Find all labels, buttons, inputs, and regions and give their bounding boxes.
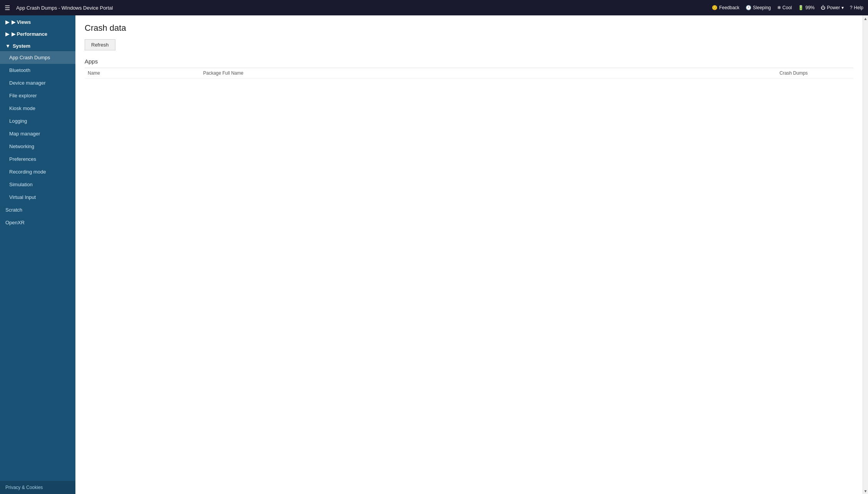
sidebar-item-preferences[interactable]: Preferences [0, 153, 75, 165]
sidebar-item-label: OpenXR [5, 220, 25, 225]
sidebar-item-label: Kiosk mode [9, 105, 35, 111]
privacy-cookies-label: Privacy & Cookies [5, 485, 43, 490]
sidebar-item-label: Networking [9, 144, 34, 149]
cool-icon: ❄ [777, 5, 781, 10]
col-header-crashdumps: Crash Dumps [776, 70, 853, 76]
feedback-label: Feedback [719, 5, 739, 10]
header-actions: 🙂 Feedback 🕐 Sleeping ❄ Cool 🔋 99% ⏻ Pow… [712, 5, 863, 10]
power-icon: ⏻ [821, 5, 825, 10]
power-action[interactable]: ⏻ Power ▾ [821, 5, 843, 10]
header: ☰ App Crash Dumps - Windows Device Porta… [0, 0, 868, 15]
content-area: Crash data Refresh Apps Name Package Ful… [75, 15, 863, 494]
sidebar-item-kiosk-mode[interactable]: Kiosk mode [0, 102, 75, 115]
sidebar-item-recording-mode[interactable]: Recording mode [0, 165, 75, 178]
sidebar-item-label: File explorer [9, 93, 37, 98]
sidebar-item-label: Bluetooth [9, 67, 30, 73]
sidebar-item-virtual-input[interactable]: Virtual Input [0, 191, 75, 204]
sidebar-item-scratch[interactable]: Scratch [0, 204, 75, 216]
sidebar-views-label: ▶ Views [12, 19, 31, 25]
hamburger-icon[interactable]: ☰ [5, 4, 10, 12]
sidebar-item-networking[interactable]: Networking [0, 140, 75, 153]
sidebar-performance-label: ▶ Performance [12, 31, 47, 37]
sidebar-footer[interactable]: Privacy & Cookies [0, 481, 75, 494]
cool-action[interactable]: ❄ Cool [777, 5, 792, 10]
sidebar-item-label: Recording mode [9, 169, 46, 175]
sleeping-icon: 🕐 [746, 5, 751, 10]
content-scroll[interactable]: Crash data Refresh Apps Name Package Ful… [75, 15, 863, 494]
sidebar-item-file-explorer[interactable]: File explorer [0, 89, 75, 102]
sidebar-item-device-manager[interactable]: Device manager [0, 77, 75, 89]
crash-dumps-table: Name Package Full Name Crash Dumps [85, 68, 853, 78]
feedback-icon: 🙂 [712, 5, 718, 10]
battery-icon: 🔋 [798, 5, 804, 10]
sidebar-item-label: Simulation [9, 182, 33, 187]
sidebar-section-system[interactable]: ▼ System [0, 39, 75, 51]
sidebar-item-logging[interactable]: Logging [0, 115, 75, 127]
sidebar-system-label: System [13, 43, 30, 49]
sidebar-collapse-button[interactable]: ◀ [74, 19, 75, 30]
scrollbar-track[interactable] [863, 22, 868, 488]
battery-label: 99% [805, 5, 815, 10]
sidebar-item-bluetooth[interactable]: Bluetooth [0, 64, 75, 77]
sidebar-item-label: Scratch [5, 207, 22, 213]
sidebar-item-label: Preferences [9, 156, 36, 162]
feedback-action[interactable]: 🙂 Feedback [712, 5, 739, 10]
sidebar: ◀ ▶ ▶ Views ▶ ▶ Performance ▼ System App… [0, 15, 75, 494]
scroll-up-arrow[interactable]: ▲ [863, 15, 868, 22]
sleeping-action[interactable]: 🕐 Sleeping [746, 5, 771, 10]
sidebar-item-map-manager[interactable]: Map manager [0, 127, 75, 140]
header-title: App Crash Dumps - Windows Device Portal [16, 5, 709, 11]
sidebar-item-label: Map manager [9, 131, 40, 137]
performance-arrow-icon: ▶ [5, 31, 9, 37]
system-arrow-icon: ▼ [5, 43, 10, 49]
sidebar-section-performance[interactable]: ▶ ▶ Performance [0, 27, 75, 39]
help-label: Help [854, 5, 863, 10]
views-arrow-icon: ▶ [5, 19, 9, 25]
refresh-button[interactable]: Refresh [85, 39, 115, 50]
sidebar-item-label: Virtual Input [9, 194, 36, 200]
col-header-package: Package Full Name [200, 70, 776, 76]
sidebar-item-openxr[interactable]: OpenXR [0, 216, 75, 229]
sidebar-item-app-crash-dumps[interactable]: App Crash Dumps [0, 51, 75, 64]
main-layout: ◀ ▶ ▶ Views ▶ ▶ Performance ▼ System App… [0, 15, 868, 494]
sidebar-item-label: App Crash Dumps [9, 55, 50, 60]
help-icon: ? [850, 5, 853, 10]
col-header-name: Name [85, 70, 200, 76]
cool-label: Cool [783, 5, 792, 10]
apps-section-title: Apps [85, 58, 853, 65]
right-scrollbar: ▲ ▼ [863, 15, 868, 494]
sidebar-item-simulation[interactable]: Simulation [0, 178, 75, 191]
sidebar-section-views[interactable]: ▶ ▶ Views [0, 15, 75, 27]
help-action[interactable]: ? Help [850, 5, 863, 10]
power-label: Power ▾ [827, 5, 843, 10]
sidebar-item-label: Logging [9, 118, 27, 124]
sidebar-item-label: Device manager [9, 80, 46, 86]
scroll-down-arrow[interactable]: ▼ [863, 488, 868, 494]
page-title: Crash data [85, 23, 853, 33]
sleeping-label: Sleeping [753, 5, 771, 10]
battery-action[interactable]: 🔋 99% [798, 5, 815, 10]
table-header: Name Package Full Name Crash Dumps [85, 68, 853, 78]
